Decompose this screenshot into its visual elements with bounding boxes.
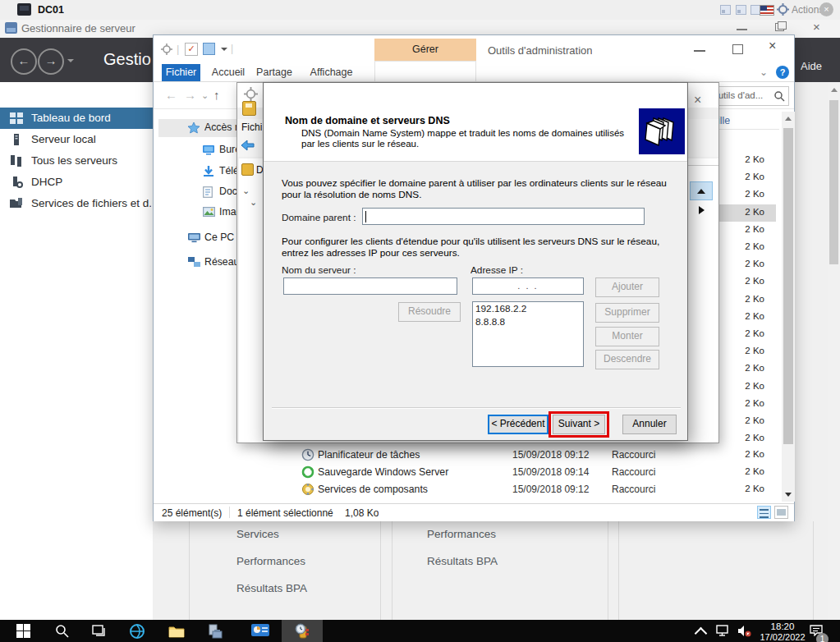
table-row[interactable]: Services de composants15/09/2018 09:12Ra… (298, 481, 783, 498)
sm-scroll-up-icon[interactable] (831, 88, 838, 92)
explorer-scroll-up-icon[interactable] (785, 117, 792, 121)
tab-partage[interactable]: Partage (255, 64, 293, 81)
mmc-scroll-up-button[interactable] (690, 181, 713, 200)
tile-link-performances[interactable]: Performances (236, 555, 305, 567)
ribbon-collapse-icon[interactable]: ⌄ (760, 66, 768, 78)
tile-link-r-sultats-bpa[interactable]: Résultats BPA (427, 555, 498, 567)
sm-scrollbar[interactable] (828, 82, 840, 620)
vm-close-icon[interactable]: × (819, 2, 833, 16)
status-selection: 1 élément sélectionné (237, 507, 333, 519)
file-type: Raccourci (612, 449, 655, 461)
dns-server-list[interactable]: 192.168.2.2 8.8.8.8 (472, 301, 584, 367)
qat-customize-icon[interactable] (221, 48, 227, 51)
qat-newfolder-icon[interactable] (203, 43, 215, 55)
start-button[interactable] (7, 620, 39, 642)
sm-back-icon[interactable]: ← (11, 48, 37, 75)
tile-link-r-sultats-bpa[interactable]: Résultats BPA (236, 582, 307, 594)
tab-fichier[interactable]: Fichier (162, 64, 200, 81)
explorer-scrollbar[interactable] (782, 112, 795, 502)
tile-border-3 (608, 521, 608, 620)
mmc-tree-expander-1[interactable]: ⌄ (242, 186, 250, 196)
tab-accueil[interactable]: Accueil (209, 64, 247, 81)
mmc-expander-right-icon[interactable] (699, 206, 705, 214)
table-row[interactable]: Sauvegarde Windows Server15/09/2018 09:1… (298, 464, 783, 481)
dns-server-item[interactable]: 8.8.8.8 (473, 315, 583, 328)
dhcp-tool-icon (10, 177, 23, 188)
internet-explorer-icon[interactable] (121, 620, 154, 642)
sm-scrollbar-thumb[interactable] (829, 100, 838, 264)
clock-time[interactable]: 18:20 (759, 621, 806, 631)
sidebar-item-serveur-local[interactable]: Serveur local (0, 129, 153, 150)
mmc-back-icon[interactable] (241, 140, 255, 151)
explorer-system-icon[interactable] (160, 43, 173, 56)
sm-forward-dropdown-icon[interactable] (67, 59, 74, 62)
nav-back-icon[interactable]: ← (165, 88, 177, 102)
manage-contextual-header[interactable]: Gérer (374, 39, 476, 61)
actions-gear-icon[interactable] (777, 3, 789, 16)
dhcp-console-taskbar-button[interactable] (282, 620, 323, 642)
explorer-scrollbar-thumb[interactable] (783, 128, 793, 444)
explorer-close-button[interactable]: × (769, 39, 776, 53)
sm-menu-help[interactable]: Aide (801, 60, 822, 72)
file-date: 15/09/2018 09:12 (512, 484, 589, 495)
mmc-close-button[interactable]: × (694, 93, 701, 108)
add-button[interactable]: Ajouter (595, 277, 659, 297)
view-details-button[interactable] (757, 506, 771, 519)
network-icon[interactable] (716, 625, 731, 637)
parent-domain-label: Domaine parent : (282, 212, 356, 223)
dns-server-item[interactable]: 192.168.2.2 (473, 302, 583, 315)
this-pc-icon (188, 232, 200, 243)
search-icon[interactable] (773, 90, 785, 102)
explorer-maximize-button[interactable] (732, 44, 743, 54)
task-view-icon[interactable] (82, 620, 115, 642)
ip-address-input[interactable]: . . . (472, 277, 584, 295)
keyboard-layout-flag-icon[interactable] (760, 5, 774, 16)
tile-link-performances[interactable]: Performances (427, 528, 496, 540)
server-manager-taskbar-icon[interactable] (199, 620, 232, 642)
tab-affichage[interactable]: Affichage (306, 64, 356, 81)
nav-recent-icon[interactable]: ⌄ (201, 90, 209, 101)
file-explorer-icon[interactable] (160, 620, 193, 642)
sidebar-item-tableau-de-bord[interactable]: Tableau de bord (0, 108, 153, 129)
cancel-button[interactable]: Annuler (622, 415, 677, 434)
sidebar-item-tous-les-serveurs[interactable]: Tous les serveurs (0, 150, 153, 172)
tray-chevron-up-icon[interactable] (695, 627, 708, 640)
clock-date[interactable]: 17/02/2022 (759, 632, 806, 642)
view-thumbnails-button[interactable] (774, 506, 788, 519)
up-button[interactable]: Monter (595, 327, 659, 346)
nav-up-icon[interactable]: ↑ (213, 88, 220, 102)
mmc-tree-expander-2[interactable]: ⌄ (250, 197, 257, 208)
sidebar-item-dhcp[interactable]: DHCP (0, 172, 153, 193)
tile-link-services[interactable]: Services (236, 528, 279, 540)
sidebar-item-label: Services de fichiers et d... (31, 193, 151, 214)
mmc-app-icon (242, 101, 256, 116)
mmc-file-menu[interactable]: Fichi (241, 122, 262, 133)
sm-close-button[interactable]: × (813, 20, 820, 34)
back-button[interactable]: < Précédent (488, 415, 549, 434)
parent-domain-input[interactable] (362, 208, 645, 225)
volume-muted-icon[interactable] (737, 625, 752, 637)
file-type: Raccourci (612, 466, 655, 478)
qat-divider-1: | (177, 43, 179, 55)
sm-minimize-button[interactable] (737, 29, 747, 30)
sm-forward-icon[interactable]: → (38, 48, 64, 75)
sm-restore-button[interactable] (775, 23, 784, 31)
explorer-status-bar: 25 élément(s) 1 élément sélectionné 1,08… (154, 503, 794, 521)
explorer-scroll-down-icon[interactable] (785, 493, 792, 497)
sidebar-item-services-de-fichiers-et-d-[interactable]: Services de fichiers et d... (0, 193, 153, 214)
vm-window-button-2[interactable] (736, 5, 746, 15)
nav-forward-icon[interactable]: → (184, 88, 196, 102)
resolve-button[interactable]: Résoudre (398, 302, 461, 322)
taskbar-search-icon[interactable] (45, 620, 78, 642)
table-row[interactable]: Planificateur de tâches15/09/2018 09:12R… (298, 447, 783, 464)
server-manager-app-icon (5, 22, 17, 34)
vm-window-button-1[interactable] (720, 5, 731, 15)
help-icon[interactable]: ? (776, 66, 789, 79)
explorer-minimize-button[interactable] (694, 50, 705, 52)
server-name-input[interactable] (283, 277, 457, 295)
down-button[interactable]: Descendre (595, 350, 659, 369)
remove-button[interactable]: Supprimer (595, 303, 659, 323)
qat-properties-icon[interactable]: ✓ (185, 43, 198, 56)
wizard-intro: Vous pouvez spécifier le domaine parent … (282, 177, 671, 200)
admin-dashboard-icon[interactable] (244, 620, 277, 642)
